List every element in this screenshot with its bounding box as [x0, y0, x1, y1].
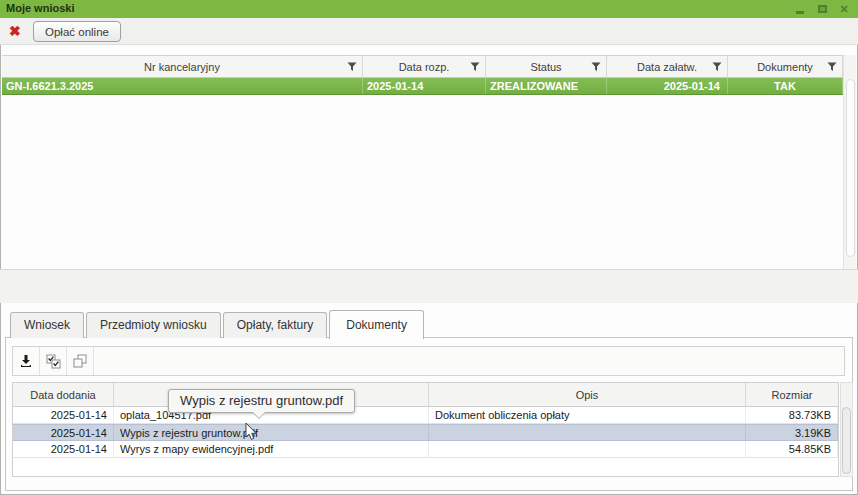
main-toolbar: ✖ Opłać online [0, 18, 858, 45]
cell-size: 3.19KB [746, 425, 838, 440]
scrollbar-thumb[interactable] [846, 79, 855, 257]
column-label: Data załatw. [637, 61, 697, 73]
copy-button[interactable] [67, 347, 94, 375]
cell-size: 54.85KB [746, 441, 838, 457]
tab-dokumenty[interactable]: Dokumenty [329, 310, 424, 339]
pay-online-button[interactable]: Opłać online [33, 21, 121, 42]
document-row[interactable]: 2025-01-14 Wyrys z mapy ewidencyjnej.pdf… [13, 441, 838, 458]
cell-description: Dokument obliczenia opłaty [429, 407, 746, 423]
tab-wniosek[interactable]: Wniosek [10, 312, 84, 338]
cell-date: 2025-01-14 [13, 407, 114, 423]
cell-size: 83.73KB [746, 407, 838, 423]
select-all-icon [46, 354, 61, 369]
close-icon: ✕ [839, 3, 848, 15]
column-header-nr-kancelaryjny[interactable]: Nr kancelaryjny [2, 56, 363, 77]
column-header-dokumenty[interactable]: Dokumenty [728, 56, 843, 77]
minimize-button[interactable] [794, 3, 806, 15]
column-label: Data rozp. [399, 61, 450, 73]
window-titlebar: Moje wnioski ✕ [0, 0, 858, 18]
download-icon [19, 354, 33, 368]
filter-icon[interactable] [470, 62, 480, 72]
maximize-icon [818, 5, 827, 13]
column-label: Nr kancelaryjny [144, 61, 220, 73]
copy-icon [73, 354, 87, 368]
cell-date: 2025-01-14 [13, 425, 114, 440]
cell-description [429, 441, 746, 457]
column-header-status[interactable]: Status [486, 56, 607, 77]
cell-name: Wypis z rejestru gruntow.pdf [114, 425, 429, 440]
app-window: Moje wnioski ✕ ✖ Opłać online Nr kancela… [0, 0, 858, 495]
column-header-opis[interactable]: Opis [429, 383, 746, 406]
cell-data-zalatw: 2025-01-14 [607, 78, 728, 94]
cell-data-rozp: 2025-01-14 [363, 78, 486, 94]
requests-grid-header: Nr kancelaryjny Data rozp. Status Data z… [2, 55, 856, 78]
column-header-rozmiar[interactable]: Rozmiar [746, 383, 838, 406]
documents-grid: Data dodania Opis Rozmiar 2025-01-14 opl… [12, 382, 839, 477]
cell-status: ZREALIZOWANE [486, 78, 607, 94]
pager-bar: 1 20 wierszy 1 - 1 z 1 rekordów ↻ [0, 269, 858, 303]
request-row-selected[interactable]: GN-I.6621.3.2025 2025-01-14 ZREALIZOWANE… [2, 78, 843, 95]
window-title: Moje wnioski [6, 2, 74, 14]
tab-oplaty-faktury[interactable]: Opłaty, faktury [223, 312, 327, 338]
maximize-button[interactable] [816, 3, 828, 15]
download-button[interactable] [13, 347, 40, 375]
cell-dokumenty: TAK [728, 78, 843, 94]
column-header-data-rozp[interactable]: Data rozp. [363, 56, 486, 77]
documents-grid-header: Data dodania Opis Rozmiar [13, 383, 838, 407]
cell-name: Wyrys z mapy ewidencyjnej.pdf [114, 441, 429, 457]
cell-date: 2025-01-14 [13, 441, 114, 457]
tab-przedmioty-wniosku[interactable]: Przedmioty wniosku [86, 312, 221, 338]
filename-tooltip: Wypis z rejestru gruntow.pdf [168, 389, 355, 413]
minimize-icon [796, 11, 804, 14]
mouse-cursor [245, 422, 258, 442]
column-header-data-dodania[interactable]: Data dodania [13, 383, 114, 406]
filter-icon[interactable] [591, 62, 601, 72]
filter-icon[interactable] [347, 62, 357, 72]
documents-scrollbar[interactable] [840, 382, 853, 477]
close-button[interactable]: ✕ [838, 3, 850, 15]
close-view-icon[interactable]: ✖ [9, 23, 21, 39]
column-label: Status [530, 61, 561, 73]
window-controls: ✕ [794, 0, 850, 18]
filter-icon[interactable] [827, 62, 837, 72]
filter-icon[interactable] [712, 62, 722, 72]
document-row[interactable]: 2025-01-14 oplata_104517.pdf Dokument ob… [13, 407, 838, 424]
documents-toolbar [12, 346, 845, 376]
cell-description [429, 425, 746, 440]
document-row-selected[interactable]: 2025-01-14 Wypis z rejestru gruntow.pdf … [13, 424, 838, 441]
column-header-data-zalatw[interactable]: Data załatw. [607, 56, 728, 77]
requests-scrollbar[interactable] [843, 55, 856, 269]
select-all-button[interactable] [40, 347, 67, 375]
column-label: Dokumenty [757, 61, 813, 73]
detail-tabs: Wniosek Przedmioty wniosku Opłaty, faktu… [10, 309, 424, 338]
cell-nr-kancelaryjny: GN-I.6621.3.2025 [2, 78, 363, 94]
scrollbar-thumb[interactable] [842, 407, 851, 474]
